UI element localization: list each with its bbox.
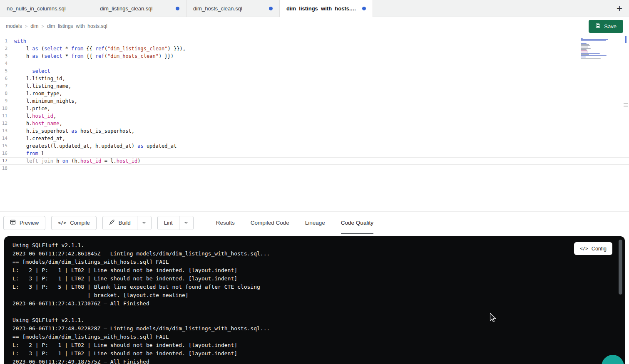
code-line[interactable]: 10 l.price, xyxy=(0,105,629,112)
line-number: 11 xyxy=(0,112,14,120)
breadcrumb-item[interactable]: dim_listings_with_hosts.sql xyxy=(47,23,107,29)
new-tab-button[interactable]: + xyxy=(610,0,629,17)
breadcrumb-separator: > xyxy=(41,24,44,29)
terminal-line: 2023-06-06T11:27:42.861845Z — Linting mo… xyxy=(12,250,617,258)
code-token: greatest(l.updated_at, h.updated_at) xyxy=(14,143,137,149)
terminal-line: Using SQLFluff v2.1.1. xyxy=(12,316,617,324)
code-line[interactable]: 1with xyxy=(0,37,629,45)
code-line[interactable]: 8 l.room_type, xyxy=(0,90,629,97)
panel-tab-results[interactable]: Results xyxy=(216,212,235,234)
minimap-line xyxy=(581,45,590,46)
code-text: l.host_id, xyxy=(14,112,56,120)
code-line[interactable]: 14 l.created_at, xyxy=(0,135,629,142)
code-editor[interactable]: 1with2 l as (select * from {{ ref("dim_l… xyxy=(0,35,629,211)
terminal-output-panel[interactable]: Using SQLFluff v2.1.1.2023-06-06T11:27:4… xyxy=(4,236,625,364)
code-token: select xyxy=(44,46,62,52)
save-button[interactable]: Save xyxy=(589,20,623,33)
code-token: from xyxy=(71,46,83,52)
terminal-line: 2023-06-06T11:27:43.173076Z — All Finish… xyxy=(12,300,617,308)
line-number: 2 xyxy=(0,45,14,52)
code-line[interactable]: 16 from l xyxy=(0,150,629,157)
code-line[interactable]: 9 l.minimum_nights, xyxy=(0,97,629,105)
terminal-line: L: 2 | P: 1 | LT02 | Line should not be … xyxy=(12,266,617,275)
editor-tab[interactable]: dim_listings_clean.sql xyxy=(93,0,186,17)
editor-tabbar: no_nulls_in_columns.sqldim_listings_clea… xyxy=(0,0,629,17)
code-line[interactable]: 18 xyxy=(0,165,629,172)
unsaved-changes-dot xyxy=(362,7,366,10)
code-line[interactable]: 13 h.is_superhost as host_is_superhost, xyxy=(0,127,629,135)
build-split-button: Build xyxy=(102,216,152,230)
save-icon xyxy=(595,23,601,30)
code-token: ( xyxy=(38,46,44,52)
minimap-line xyxy=(581,49,587,50)
code-token: ) xyxy=(137,158,140,164)
code-token: l.price, xyxy=(14,106,50,111)
code-token: on xyxy=(62,158,68,164)
editor-tab[interactable]: dim_hosts_clean.sql xyxy=(186,0,280,17)
code-token: ( xyxy=(38,53,44,59)
code-line[interactable]: 4 xyxy=(0,60,629,67)
code-text: left join h on (h.host_id = l.host_id) xyxy=(14,158,141,164)
terminal-scrollbar-thumb[interactable] xyxy=(619,240,622,295)
unsaved-changes-dot xyxy=(269,7,273,10)
preview-button-label: Preview xyxy=(20,220,39,226)
lint-config-button[interactable]: </> Config xyxy=(574,242,612,255)
breadcrumb-separator: > xyxy=(25,24,27,29)
editor-tabs: no_nulls_in_columns.sqldim_listings_clea… xyxy=(0,0,373,17)
code-brackets-icon: </> xyxy=(58,220,66,225)
editor-tab[interactable]: no_nulls_in_columns.sql xyxy=(0,0,93,17)
line-number: 17 xyxy=(0,158,14,164)
code-line[interactable]: 12 h.host_name, xyxy=(0,120,629,127)
code-line[interactable]: 11 l.host_id, xyxy=(0,112,629,120)
line-number: 10 xyxy=(0,105,14,112)
code-line[interactable]: 17 left join h on (h.host_id = l.host_id… xyxy=(0,157,629,165)
build-button[interactable]: Build xyxy=(103,216,137,230)
code-token: l.minimum_nights, xyxy=(14,98,77,104)
config-button-label: Config xyxy=(592,246,607,252)
compile-button[interactable]: </> Compile xyxy=(51,216,97,230)
code-line[interactable]: 7 l.listing_name, xyxy=(0,82,629,90)
chevron-down-icon xyxy=(142,219,147,227)
code-brackets-icon: </> xyxy=(580,246,588,251)
line-number: 3 xyxy=(0,52,14,60)
minimap[interactable] xyxy=(581,38,611,60)
panel-tab-compiled-code[interactable]: Compiled Code xyxy=(251,212,289,234)
panel-tab-code-quality[interactable]: Code Quality xyxy=(341,212,373,234)
lint-button[interactable]: Lint xyxy=(158,216,179,230)
terminal-line: Using SQLFluff v2.1.1. xyxy=(12,241,617,250)
build-dropdown-button[interactable] xyxy=(137,216,151,230)
preview-button[interactable]: Preview xyxy=(3,216,45,230)
code-token: = l. xyxy=(102,158,117,164)
code-line[interactable]: 5 select xyxy=(0,67,629,75)
tab-label: dim_listings_clean.sql xyxy=(100,5,152,12)
code-line[interactable]: 6 l.listing_id, xyxy=(0,75,629,82)
code-token: host_id xyxy=(32,113,53,119)
build-button-label: Build xyxy=(119,220,131,226)
terminal-line: L: 3 | P: 5 | LT08 | Blank line expected… xyxy=(12,283,617,291)
line-number: 18 xyxy=(0,165,14,172)
editor-tab[interactable]: dim_listings_with_hosts.sql xyxy=(280,0,373,17)
overview-ruler-mark xyxy=(624,106,628,106)
code-token: "dim_hosts_clean" xyxy=(107,53,159,59)
tab-label: dim_hosts_clean.sql xyxy=(193,5,242,12)
line-number: 5 xyxy=(0,67,14,75)
panel-tab-lineage[interactable]: Lineage xyxy=(305,212,325,234)
code-line[interactable]: 15 greatest(l.updated_at, h.updated_at) … xyxy=(0,142,629,150)
code-text: from l xyxy=(14,150,44,157)
code-line[interactable]: 2 l as (select * from {{ ref("dim_listin… xyxy=(0,45,629,52)
line-number: 12 xyxy=(0,120,14,127)
lint-split-button: Lint xyxy=(157,216,194,230)
breadcrumb-item[interactable]: dim xyxy=(30,23,38,29)
breadcrumb: models>dim>dim_listings_with_hosts.sql xyxy=(6,23,107,29)
terminal-line: | bracket. [layout.cte_newline] xyxy=(12,291,617,300)
code-line[interactable]: 3 h as (select * from {{ ref("dim_hosts_… xyxy=(0,52,629,60)
line-number: 8 xyxy=(0,90,14,97)
minimap-line xyxy=(581,47,588,47)
code-token: from xyxy=(71,53,83,59)
minimap-line xyxy=(581,43,587,44)
code-token: "dim_listings_clean" xyxy=(107,46,168,52)
minimap-line xyxy=(581,52,588,52)
lint-dropdown-button[interactable] xyxy=(179,216,193,230)
breadcrumb-item[interactable]: models xyxy=(6,23,22,29)
code-token: l xyxy=(38,151,44,156)
